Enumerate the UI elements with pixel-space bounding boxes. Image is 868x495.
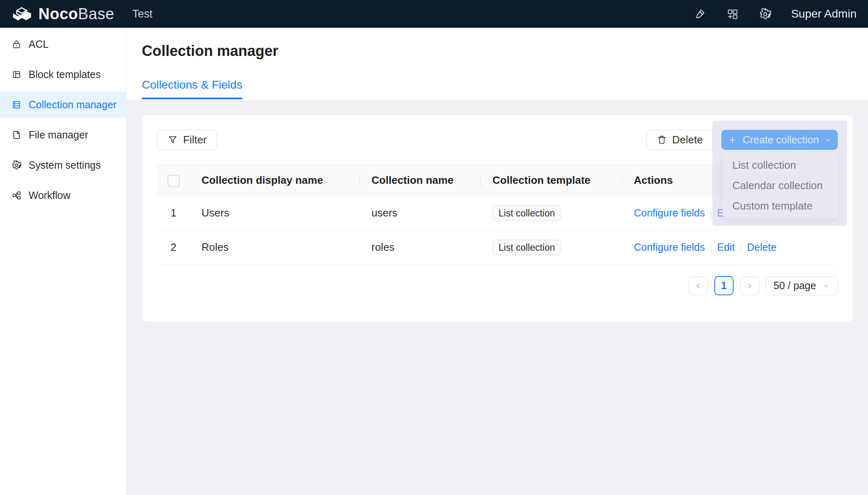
- cell-actions: Configure fieldsEditDelete: [622, 230, 838, 265]
- sidebar-item-label: File manager: [29, 129, 88, 141]
- lock-icon: [11, 39, 22, 49]
- select-all-checkbox[interactable]: [168, 175, 180, 187]
- chevron-down-icon: [822, 282, 830, 290]
- trash-icon: [656, 134, 667, 145]
- plus-icon: [727, 135, 738, 145]
- collections-card: Filter Delete Create collection: [142, 115, 853, 321]
- chevron-right-icon: [745, 281, 754, 290]
- cell-collection-name: users: [360, 196, 481, 230]
- page-size-select[interactable]: 50 / page: [766, 276, 838, 295]
- next-page-button[interactable]: [740, 276, 759, 295]
- delete-button[interactable]: Delete: [646, 130, 713, 150]
- column-header-template: Collection template: [481, 165, 622, 196]
- database-icon: [11, 100, 22, 110]
- cell-display-name: Roles: [190, 230, 360, 265]
- highlighter-icon[interactable]: [693, 7, 707, 21]
- pagination: 1 50 / page: [157, 276, 838, 295]
- topbar-right: Super Admin: [693, 7, 868, 21]
- menu-item-custom-template[interactable]: Custom template: [723, 196, 837, 216]
- action-divider: [740, 242, 741, 252]
- chevron-down-icon: [824, 136, 832, 144]
- sidebar-item-label: ACL: [29, 38, 49, 50]
- workflow-icon: [11, 190, 22, 201]
- layout-icon: [11, 69, 22, 80]
- gear-icon: [11, 160, 22, 170]
- tab-collections-and-fields[interactable]: Collections & Fields: [142, 78, 242, 99]
- sidebar: ACL Block templates Collection manager F…: [0, 28, 127, 495]
- sidebar-item-label: Collection manager: [29, 99, 116, 111]
- cell-collection-name: roles: [360, 230, 481, 265]
- table-row-roles: 2 Roles roles List collection Configure …: [157, 230, 838, 265]
- toolbar-right: Delete Create collection: [646, 130, 838, 150]
- action-divider: [711, 242, 711, 252]
- sidebar-item-workflow[interactable]: Workflow: [0, 182, 126, 208]
- settings-gear-icon[interactable]: [758, 7, 772, 21]
- app-root: NocoBase Test Super Admin ACL Block temp…: [0, 0, 868, 495]
- chevron-left-icon: [694, 281, 702, 290]
- logo-text: NocoBase: [38, 5, 114, 23]
- edit-link[interactable]: Edit: [717, 241, 735, 253]
- configure-fields-link[interactable]: Configure fields: [634, 241, 705, 253]
- current-user[interactable]: Super Admin: [791, 7, 857, 20]
- collection-template-tag: List collection: [492, 240, 561, 255]
- delete-link[interactable]: Delete: [747, 241, 776, 253]
- plugin-blocks-icon[interactable]: [726, 7, 740, 21]
- filter-button[interactable]: Filter: [157, 130, 217, 150]
- page-number-1[interactable]: 1: [714, 276, 734, 295]
- sidebar-item-collection-manager[interactable]: Collection manager: [0, 91, 126, 118]
- column-header-display-name: Collection display name: [190, 165, 360, 196]
- cell-display-name: Users: [190, 196, 360, 230]
- topbar: NocoBase Test Super Admin: [0, 0, 868, 28]
- filter-funnel-icon: [167, 134, 178, 145]
- menu-item-calendar-collection[interactable]: Calendar collection: [723, 175, 837, 196]
- sidebar-item-acl[interactable]: ACL: [0, 31, 126, 57]
- tabs-bar: Collections & Fields: [142, 78, 242, 99]
- main-area: Collection manager Collections & Fields …: [127, 28, 868, 495]
- topnav-item-test[interactable]: Test: [132, 8, 153, 20]
- page-header: Collection manager Collections & Fields: [127, 28, 868, 100]
- prev-page-button[interactable]: [689, 276, 708, 295]
- table-toolbar: Filter Delete Create collection: [157, 130, 838, 150]
- sidebar-item-label: Block templates: [29, 69, 101, 80]
- create-collection-button[interactable]: Create collection: [721, 130, 838, 150]
- nocobase-logo[interactable]: NocoBase: [0, 4, 114, 23]
- page-title: Collection manager: [127, 28, 868, 60]
- action-divider: [711, 208, 711, 218]
- row-index: 1: [157, 196, 190, 230]
- file-icon: [11, 130, 22, 140]
- menu-item-list-collection[interactable]: List collection: [723, 155, 837, 175]
- row-index: 2: [157, 230, 190, 265]
- sidebar-item-block-templates[interactable]: Block templates: [0, 61, 126, 87]
- column-header-name: Collection name: [360, 165, 481, 196]
- sidebar-item-file-manager[interactable]: File manager: [0, 122, 126, 148]
- sidebar-item-label: Workflow: [29, 190, 70, 201]
- create-collection-dropdown: List collection Calendar collection Cust…: [723, 153, 837, 218]
- sidebar-item-label: System settings: [29, 159, 101, 171]
- nocobase-logo-icon: [11, 4, 33, 23]
- configure-fields-link[interactable]: Configure fields: [634, 207, 705, 219]
- collection-template-tag: List collection: [492, 205, 561, 221]
- sidebar-item-system-settings[interactable]: System settings: [0, 152, 126, 178]
